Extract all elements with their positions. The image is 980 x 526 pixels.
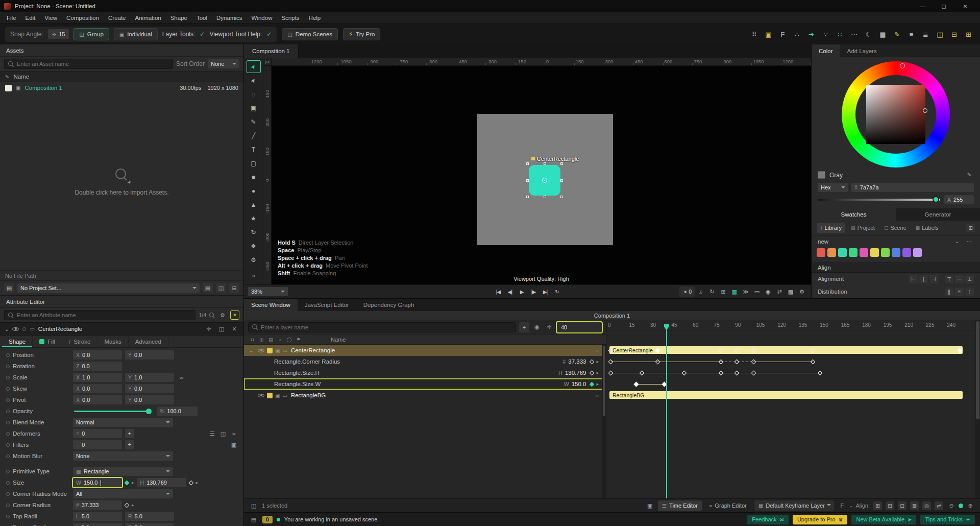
select-tool[interactable]: ➤ xyxy=(247,60,261,73)
layout-rows-icon[interactable]: ⊟ xyxy=(948,28,961,41)
socket-icon[interactable] xyxy=(6,481,10,485)
project-set-dropdown[interactable]: No Project Set... xyxy=(17,283,200,293)
text-align-left-icon[interactable]: ≡ xyxy=(905,28,918,41)
socket-icon[interactable] xyxy=(6,410,10,413)
handle-right[interactable] xyxy=(560,179,563,182)
tab-generator[interactable]: Generator xyxy=(896,208,980,220)
sort-order-dropdown[interactable]: None xyxy=(208,59,239,68)
handle-bottom[interactable] xyxy=(544,196,546,198)
scatter-icon[interactable]: ∵ xyxy=(819,28,832,41)
attribute-search-field[interactable] xyxy=(4,310,195,320)
play-behaviour-icon[interactable]: ➔ xyxy=(805,28,818,41)
render-counter[interactable]: ◄0 xyxy=(679,286,695,297)
demo-scenes-button[interactable]: ◳Demo Scenes xyxy=(282,28,338,40)
annotate-icon[interactable]: ✎ xyxy=(891,28,903,41)
keyframe-diamond[interactable] xyxy=(734,359,739,364)
tab-add-layers[interactable]: Add Layers xyxy=(840,44,884,57)
layer-row[interactable]: ▣▭RectangleBG○ xyxy=(244,390,606,401)
layer-list-scrollbar[interactable] xyxy=(602,345,606,498)
package-icon[interactable]: ◫ xyxy=(216,283,226,293)
tab-swatches[interactable]: Swatches xyxy=(812,208,896,220)
visibility-icon[interactable] xyxy=(258,348,264,353)
menu-dynamics[interactable]: Dynamics xyxy=(212,12,247,23)
skew-x-field[interactable]: X0.0 xyxy=(73,384,122,393)
layer-tools-checkbox[interactable]: ✓ xyxy=(200,31,205,38)
group-button[interactable]: ◫Group xyxy=(74,28,109,40)
color-swatch[interactable] xyxy=(860,248,868,257)
align-keys-playhead-icon[interactable]: ⊠ xyxy=(910,501,919,510)
scale-x-field[interactable]: X1.0 xyxy=(73,373,122,382)
log-count-badge[interactable]: 0 xyxy=(262,516,273,523)
eyedropper-icon[interactable]: ✎ xyxy=(965,171,974,180)
handle-top[interactable] xyxy=(544,162,546,165)
keyframe-diamond[interactable] xyxy=(751,359,756,364)
keyframe-diamond[interactable] xyxy=(608,359,614,364)
socket-icon[interactable] xyxy=(6,376,10,379)
tab-masks[interactable]: Masks xyxy=(97,336,128,347)
top-radii-l-field[interactable]: L5.0 xyxy=(73,512,122,521)
solo-icon[interactable]: ◯ xyxy=(286,337,292,342)
pivot-indicator[interactable] xyxy=(542,178,547,183)
ghost-icon[interactable]: ▤ xyxy=(267,337,274,342)
alpha-slider[interactable] xyxy=(818,199,940,201)
upgrade-to-pro-button[interactable]: Upgrade to Pro♛ xyxy=(793,515,848,524)
feedback-button[interactable]: Feedback✉ xyxy=(747,515,789,524)
keyframe-layer-dropdown[interactable]: ▦Default Keyframe Layer xyxy=(754,500,834,511)
keyframe-diamond[interactable] xyxy=(608,370,614,375)
keyframe-diamond[interactable] xyxy=(590,370,595,375)
handle-bottom-left[interactable] xyxy=(526,196,529,198)
socket-icon[interactable] xyxy=(6,421,10,424)
close-icon[interactable]: ✕ xyxy=(230,324,239,333)
distribute-horizontal-icon[interactable]: ∥ xyxy=(945,288,953,296)
asset-search-input[interactable] xyxy=(17,61,169,67)
dock-icon[interactable]: ▣ xyxy=(645,501,654,510)
color-swatch[interactable] xyxy=(838,248,847,257)
more-tools[interactable]: » xyxy=(247,269,261,282)
menu-tool[interactable]: Tool xyxy=(192,12,212,23)
color-swatch[interactable] xyxy=(827,248,836,257)
menu-help[interactable]: Help xyxy=(304,12,326,23)
next-keyframe-icon[interactable]: ▸ xyxy=(596,370,599,375)
socket-icon[interactable] xyxy=(6,455,10,458)
project-tab[interactable]: ▤Project xyxy=(847,223,878,233)
corner-radius-field[interactable]: #37.333 xyxy=(73,500,122,510)
list-icon[interactable]: ☰ xyxy=(208,429,217,438)
link-icon[interactable]: ∞ xyxy=(177,373,186,382)
keyframe-diamond[interactable] xyxy=(125,503,130,508)
individual-button[interactable]: ▣Individual xyxy=(114,28,158,40)
maximize-button[interactable]: ▢ xyxy=(933,0,954,12)
scene-tab[interactable]: ▢Scene xyxy=(880,223,910,233)
camera-tool[interactable]: ▣ xyxy=(247,102,261,114)
flag-icon[interactable]: ⚑ xyxy=(295,337,302,342)
attribute-search-input[interactable] xyxy=(17,312,191,318)
graph-editor-button[interactable]: ≈Graph Editor xyxy=(705,500,751,511)
menu-window[interactable]: Window xyxy=(247,12,277,23)
position-y-field[interactable]: Y0.0 xyxy=(125,350,174,360)
new-beta-available-button[interactable]: New Beta Available➤ xyxy=(851,515,916,524)
asset-row-composition[interactable]: ▣ Composition 1 30.00fps 1920 x 1080 xyxy=(0,82,243,93)
minimize-button[interactable]: — xyxy=(912,0,933,12)
hex-value-field[interactable]: #7a7a7a xyxy=(851,183,974,192)
snapshot-icon[interactable]: ◉ xyxy=(763,286,773,297)
ellipse-tool[interactable]: ● xyxy=(247,184,261,197)
viewport-help-checkbox[interactable]: ✓ xyxy=(266,31,272,38)
matte-icon[interactable]: ▣ xyxy=(229,440,238,449)
zoom-dropdown[interactable]: 38% xyxy=(248,287,288,296)
chevron-down-icon[interactable]: ⌄ xyxy=(5,326,9,332)
menu-create[interactable]: Create xyxy=(104,12,131,23)
labels-tab[interactable]: ▦Labels xyxy=(912,223,942,233)
pop-out-icon[interactable]: ◫ xyxy=(217,324,226,333)
socket-icon[interactable] xyxy=(6,387,10,391)
keyframe-filter-icon[interactable]: F xyxy=(776,28,789,41)
handle-bottom-right[interactable] xyxy=(560,196,563,198)
keyframe-diamond[interactable] xyxy=(655,359,660,364)
visibility-icon[interactable] xyxy=(12,326,19,332)
wave-icon[interactable]: ≈ xyxy=(229,429,238,438)
align-left-icon[interactable]: ⊢ xyxy=(909,275,918,283)
alpha-value-field[interactable]: A255 xyxy=(944,195,974,204)
filters-field[interactable]: ≡0 xyxy=(73,440,122,449)
audio-icon[interactable]: ♪ xyxy=(277,337,283,342)
size-h-field[interactable]: H130.769 xyxy=(137,478,186,487)
menu-edit[interactable]: Edit xyxy=(21,12,40,23)
lasso-tool[interactable]: ◌ xyxy=(247,88,261,101)
